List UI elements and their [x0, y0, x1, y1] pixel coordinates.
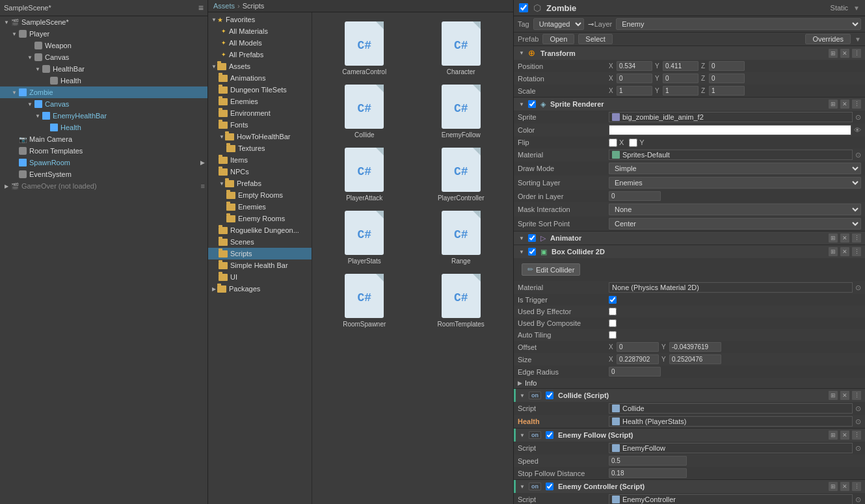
- ec-icon-btn2[interactable]: ✕: [840, 482, 849, 491]
- bc-enable-check[interactable]: [528, 248, 536, 256]
- collide-icon-btn1[interactable]: ⊞: [829, 391, 838, 400]
- edge-radius-input[interactable]: [609, 367, 661, 377]
- file-roomspawner[interactable]: C# RoomSpawner: [317, 270, 412, 330]
- pos-y-input[interactable]: [663, 61, 699, 71]
- animator-header[interactable]: ▷ Animator ⊞ ✕ ⋮: [514, 232, 865, 245]
- color-swatch[interactable]: [609, 125, 851, 135]
- animator-icon-btn2[interactable]: ✕: [840, 233, 849, 243]
- pos-x-input[interactable]: [617, 61, 652, 71]
- hierarchy-item-samplescene[interactable]: 🎬 SampleScene*: [0, 16, 207, 28]
- proj-item-npcs[interactable]: NPCs: [208, 166, 312, 178]
- ef-icon-btn3[interactable]: ⋮: [852, 431, 861, 440]
- sprite-renderer-header[interactable]: ◈ Sprite Renderer ⊞ ✕ ⋮: [514, 98, 865, 111]
- proj-item-emptyrooms[interactable]: Empty Rooms: [208, 189, 312, 201]
- color-eye-icon[interactable]: 👁: [854, 126, 861, 134]
- sprite-sort-point-select[interactable]: Center: [609, 218, 861, 230]
- static-dropdown-icon[interactable]: ▼: [853, 5, 860, 12]
- file-enemyfollow[interactable]: C# EnemyFollow: [414, 81, 509, 141]
- sr-enable-check[interactable]: [528, 100, 536, 108]
- transform-header[interactable]: ⊕ Transform ⊞ ✕ ⋮: [514, 46, 865, 60]
- size-x-input[interactable]: [617, 354, 659, 364]
- transform-icon-btn2[interactable]: ✕: [840, 49, 849, 58]
- hierarchy-item-zombie[interactable]: Zombie: [0, 86, 207, 98]
- open-button[interactable]: Open: [542, 34, 574, 44]
- used-by-composite-checkbox[interactable]: [609, 319, 617, 327]
- proj-item-prefabs[interactable]: Prefabs: [208, 178, 312, 189]
- enemy-follow-header[interactable]: on Enemy Follow (Script) ⊞ ✕ ⋮: [514, 429, 865, 442]
- edit-collider-button[interactable]: ✏ Edit Collider: [522, 263, 580, 276]
- file-collide[interactable]: C# Collide: [317, 81, 412, 141]
- proj-item-textures[interactable]: Textures: [208, 142, 312, 154]
- collide-target-icon[interactable]: ⊙: [855, 405, 861, 413]
- hierarchy-item-health[interactable]: Health: [0, 75, 207, 86]
- scale-z-input[interactable]: [709, 86, 745, 96]
- proj-item-simplehealthbar[interactable]: Simple Health Bar: [208, 259, 312, 271]
- tag-dropdown[interactable]: Untagged: [533, 18, 584, 30]
- select-button[interactable]: Select: [578, 34, 613, 44]
- animator-icon-btn1[interactable]: ⊞: [829, 233, 838, 243]
- ef-enable-check[interactable]: [546, 431, 553, 439]
- size-y-input[interactable]: [669, 354, 721, 364]
- ec-target-icon[interactable]: ⊙: [855, 496, 861, 504]
- collide-enable-check[interactable]: [546, 391, 553, 399]
- collide-icon-btn3[interactable]: ⋮: [852, 391, 861, 400]
- proj-item-packages[interactable]: Packages: [208, 283, 312, 295]
- hierarchy-item-zombie-health[interactable]: Health: [0, 122, 207, 133]
- proj-item-items[interactable]: Items: [208, 154, 312, 166]
- drawmode-select[interactable]: Simple: [609, 163, 861, 174]
- auto-tiling-checkbox[interactable]: [609, 331, 617, 339]
- hierarchy-item-weapon[interactable]: Weapon: [0, 40, 207, 51]
- overrides-button[interactable]: Overrides: [805, 34, 851, 44]
- bc-material-icon[interactable]: ⊙: [855, 284, 861, 292]
- file-playerattack[interactable]: C# PlayerAttack: [317, 144, 412, 204]
- hierarchy-item-canvas[interactable]: Canvas: [0, 51, 207, 63]
- proj-item-howtohealthbar[interactable]: HowToHealthBar: [208, 131, 312, 142]
- file-playerstats[interactable]: C# PlayerStats: [317, 207, 412, 267]
- hierarchy-item-healthbar[interactable]: HealthBar: [0, 63, 207, 75]
- collide-health-value[interactable]: Health (PlayerStats): [609, 416, 853, 427]
- proj-item-favorites[interactable]: ★ Favorites: [208, 14, 312, 25]
- collide-script-value[interactable]: Collide: [609, 403, 853, 414]
- file-cameracontrol[interactable]: C# CameraControl: [317, 18, 412, 78]
- box-collider-header[interactable]: ▣ Box Collider 2D ⊞ ✕ ⋮: [514, 245, 865, 258]
- collide-icon-btn2[interactable]: ✕: [840, 391, 849, 400]
- mask-interaction-select[interactable]: None: [609, 204, 861, 215]
- material-target-icon[interactable]: ⊙: [855, 151, 861, 159]
- transform-icon-btn3[interactable]: ⋮: [852, 49, 861, 58]
- sprite-target-icon[interactable]: ⊙: [855, 113, 861, 122]
- hierarchy-item-roomtemplates[interactable]: Room Templates: [0, 145, 207, 157]
- info-row[interactable]: ▶ Info: [514, 378, 865, 388]
- ef-icon-btn2[interactable]: ✕: [840, 431, 849, 440]
- layer-dropdown[interactable]: Enemy: [616, 18, 861, 30]
- animator-enable-check[interactable]: [528, 234, 536, 242]
- hierarchy-item-spawnroom[interactable]: SpawnRoom ▶: [0, 157, 207, 168]
- proj-item-scripts[interactable]: Scripts: [208, 248, 312, 259]
- order-in-layer-input[interactable]: [609, 191, 661, 201]
- pos-z-input[interactable]: [709, 61, 745, 71]
- collide-script-header[interactable]: on Collide (Script) ⊞ ✕ ⋮: [514, 389, 865, 402]
- ef-icon-btn1[interactable]: ⊞: [829, 431, 838, 440]
- proj-item-all-prefabs[interactable]: ✦ All Prefabs: [208, 49, 312, 60]
- bc-icon-btn1[interactable]: ⊞: [829, 247, 838, 256]
- scale-y-input[interactable]: [663, 86, 699, 96]
- material-value[interactable]: Sprites-Default: [609, 150, 853, 160]
- proj-item-fonts[interactable]: Fonts: [208, 119, 312, 131]
- rot-y-input[interactable]: [663, 73, 699, 83]
- ec-icon-btn1[interactable]: ⊞: [829, 482, 838, 491]
- ec-script-value[interactable]: EnemyController: [609, 494, 853, 504]
- is-trigger-checkbox[interactable]: [609, 296, 617, 304]
- ec-icon-btn3[interactable]: ⋮: [852, 482, 861, 491]
- rot-z-input[interactable]: [709, 73, 745, 83]
- flip-x-checkbox[interactable]: [609, 139, 617, 147]
- sr-icon-btn2[interactable]: ✕: [840, 99, 849, 109]
- sorting-layer-select[interactable]: Enemies: [609, 177, 861, 189]
- proj-item-environment[interactable]: Environment: [208, 107, 312, 119]
- ef-script-value[interactable]: EnemyFollow: [609, 443, 853, 453]
- sr-icon-btn1[interactable]: ⊞: [829, 99, 838, 109]
- ef-speed-input[interactable]: [609, 456, 687, 466]
- used-by-effector-checkbox[interactable]: [609, 308, 617, 315]
- transform-icon-btn1[interactable]: ⊞: [829, 49, 838, 58]
- sprite-value[interactable]: big_zombie_idle_anim_f2: [609, 112, 853, 122]
- proj-item-dungeon[interactable]: Dungeon TileSets: [208, 84, 312, 96]
- scale-x-input[interactable]: [617, 86, 652, 96]
